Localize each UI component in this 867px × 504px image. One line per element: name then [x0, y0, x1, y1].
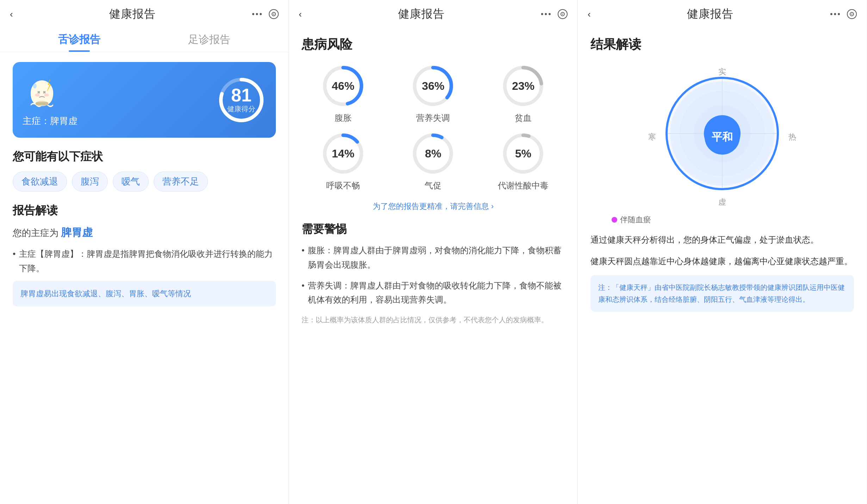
highlight-box: 脾胃虚易出现食欲减退、腹泻、胃胀、嗳气等情况: [13, 281, 276, 306]
page-title-2: 健康报告: [398, 6, 445, 22]
tab-foot[interactable]: 足诊报告: [144, 26, 275, 52]
risk-name-0: 腹胀: [335, 112, 352, 124]
center-badge: 平和: [705, 119, 740, 155]
footnote-2: 注：以上概率为该体质人群的占比情况，仅供参考，不代表您个人的发病概率。: [302, 314, 565, 325]
warning-title: 需要警惕: [302, 222, 565, 237]
symptom-tag-1: 腹泻: [72, 172, 108, 192]
page-title-1: 健康报告: [109, 6, 156, 22]
right-icons-1: •••: [252, 9, 279, 19]
report-title: 报告解读: [13, 203, 276, 218]
panel-3-content: 结果解读 实 虚 寒: [578, 26, 867, 504]
status-bar-1: ‹ 健康报告 •••: [0, 0, 289, 26]
back-button-2[interactable]: ‹: [299, 9, 302, 20]
risk-circle-3: 14%: [320, 131, 366, 176]
target-icon-1[interactable]: [269, 9, 279, 19]
risk-item-5: 5% 代谢性酸中毒: [482, 131, 565, 191]
panel-2: ‹ 健康报告 ••• 患病风险 46% 腹胀: [289, 0, 578, 504]
risk-grid: 46% 腹胀 36% 营养失调: [302, 63, 565, 191]
disease-risk-title: 患病风险: [302, 36, 565, 53]
back-button-1[interactable]: ‹: [10, 9, 13, 20]
diagnosis-label: 主症：脾胃虚: [23, 115, 78, 127]
symptom-tag-3: 营养不足: [154, 172, 208, 192]
result-title: 结果解读: [590, 36, 854, 53]
symptom-tags: 食欲减退 腹泻 嗳气 营养不足: [13, 172, 276, 192]
back-button-3[interactable]: ‹: [588, 9, 591, 20]
report-highlight: 脾胃虚: [61, 226, 93, 238]
report-intro: 您的主症为 脾胃虚: [13, 223, 276, 241]
radar-label-bottom: 虚: [718, 197, 726, 207]
warning-item-0: 腹胀：脾胃虚人群由于脾胃虚弱，对食物的消化能力下降，食物积蓄肠胃会出现腹胀。: [302, 243, 565, 272]
radar-chart: 实 虚 寒 热 平和: [645, 63, 800, 211]
svg-point-8: [44, 94, 49, 97]
risk-circle-1: 36%: [410, 63, 456, 109]
panel-1: ‹ 健康报告 ••• 舌诊报告 足诊报告: [0, 0, 289, 504]
risk-name-5: 代谢性酸中毒: [498, 180, 549, 191]
radar-label-left: 寒: [648, 132, 656, 142]
target-icon-3[interactable]: [847, 9, 857, 19]
risk-percent-2: 23%: [512, 80, 534, 93]
legend-label: 伴随血瘀: [620, 214, 651, 225]
legend: 伴随血瘀: [612, 214, 854, 225]
risk-circle-5: 5%: [500, 131, 546, 176]
risk-percent-1: 36%: [422, 80, 444, 93]
tab-tongue[interactable]: 舌诊报告: [14, 26, 144, 52]
svg-point-15: [562, 14, 563, 15]
warning-item-1: 营养失调：脾胃虚人群由于对食物的吸收转化能力下降，食物不能被机体有效的利用，容易…: [302, 279, 565, 307]
panel-2-content: 患病风险 46% 腹胀: [289, 26, 577, 504]
risk-name-1: 营养失调: [416, 112, 450, 124]
svg-point-7: [35, 94, 40, 97]
risk-circle-2: 23%: [500, 63, 546, 109]
result-text-1: 健康天秤圆点越靠近中心身体越健康，越偏离中心亚健康状态越严重。: [590, 254, 854, 269]
risk-percent-0: 46%: [332, 80, 354, 93]
svg-point-11: [33, 83, 37, 88]
legend-dot: [612, 217, 617, 223]
panel-3: ‹ 健康报告 ••• 结果解读: [578, 0, 867, 504]
symptom-tag-2: 嗳气: [113, 172, 149, 192]
score-circle: 81 健康得分: [217, 75, 266, 125]
refine-info[interactable]: 为了您的报告更精准，请完善信息 ›: [302, 201, 565, 212]
more-button-2[interactable]: •••: [541, 10, 552, 19]
risk-item-0: 46% 腹胀: [302, 63, 385, 124]
score-number: 81: [227, 86, 255, 104]
note-box: 注：「健康天秤」由省中医院副院长杨志敏教授带领的健康辨识团队运用中医健康和态辨识…: [590, 275, 854, 312]
risk-item-2: 23% 贫血: [482, 63, 565, 124]
target-icon-2[interactable]: [558, 9, 568, 19]
risk-circle-4: 8%: [410, 131, 456, 176]
risk-name-3: 呼吸不畅: [326, 180, 360, 191]
status-bar-3: ‹ 健康报告 •••: [578, 0, 867, 26]
risk-item-1: 36% 营养失调: [392, 63, 475, 124]
tab-bar-1: 舌诊报告 足诊报告: [0, 26, 289, 52]
health-card: 主症：脾胃虚 81 健康得分: [13, 62, 276, 138]
score-text: 81 健康得分: [227, 86, 255, 114]
symptoms-title: 您可能有以下症状: [13, 149, 276, 164]
right-icons-3: •••: [830, 9, 857, 19]
bullet-item-0: 主症【脾胃虚】：脾胃虚是指脾胃把食物消化吸收并进行转换的能力下降。: [13, 247, 276, 276]
risk-item-4: 8% 气促: [392, 131, 475, 191]
risk-percent-4: 8%: [425, 147, 441, 160]
risk-name-4: 气促: [425, 180, 441, 191]
result-text-0: 通过健康天秤分析得出，您的身体正气偏虚，处于淤血状态。: [590, 232, 854, 247]
more-button-1[interactable]: •••: [252, 10, 263, 19]
radar-label-top: 实: [718, 67, 726, 77]
svg-point-29: [851, 14, 853, 15]
score-label: 健康得分: [227, 104, 255, 114]
right-icons-2: •••: [541, 9, 568, 19]
panel-1-content: 主症：脾胃虚 81 健康得分 您可能有以下症状 食欲减退 腹泻 嗳气 营养不足: [0, 52, 289, 504]
risk-percent-3: 14%: [332, 147, 354, 160]
more-button-3[interactable]: •••: [830, 10, 841, 19]
mascot-icon: [23, 73, 61, 111]
svg-point-1: [273, 14, 274, 15]
symptom-tag-0: 食欲减退: [13, 172, 67, 192]
risk-percent-5: 5%: [515, 147, 531, 160]
status-bar-2: ‹ 健康报告 •••: [289, 0, 577, 26]
radar-label-right: 热: [788, 132, 796, 142]
svg-rect-10: [36, 102, 48, 105]
risk-name-2: 贫血: [515, 112, 532, 124]
page-title-3: 健康报告: [687, 6, 733, 22]
risk-item-3: 14% 呼吸不畅: [302, 131, 385, 191]
risk-circle-0: 46%: [320, 63, 366, 109]
health-card-left: 主症：脾胃虚: [23, 73, 78, 127]
